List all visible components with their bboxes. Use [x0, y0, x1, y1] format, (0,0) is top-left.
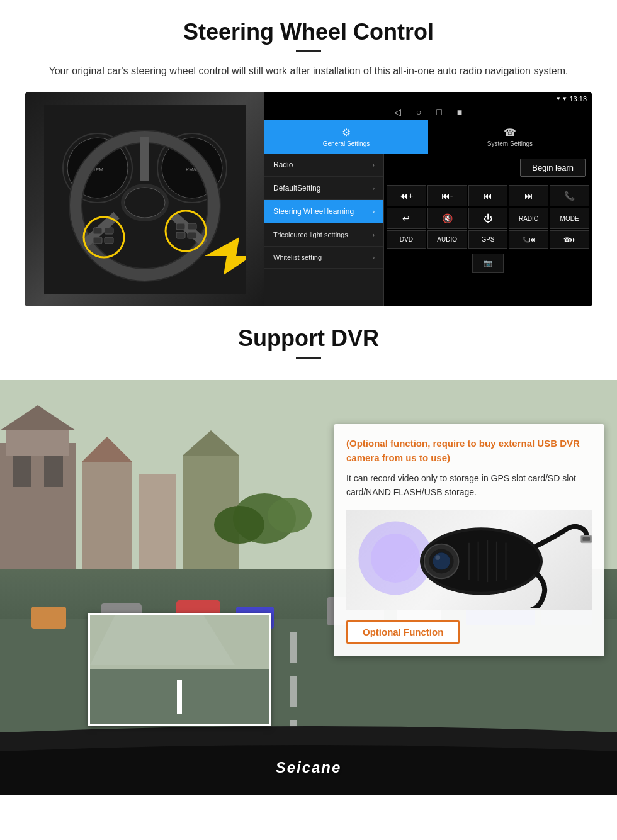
svg-rect-54: [90, 690, 271, 726]
steering-composite: RPM KM/H: [25, 92, 592, 306]
optional-function-button[interactable]: Optional Function: [346, 620, 460, 644]
nav-home-icon[interactable]: ○: [416, 107, 421, 117]
ctrl-phone-next[interactable]: ☎⏭: [550, 230, 589, 249]
menu-tricoloured-label: Tricoloured light settings: [273, 230, 348, 239]
steering-photo: RPM KM/H: [25, 92, 264, 306]
dvr-title-area: Support DVR: [0, 306, 617, 380]
steering-section: Steering Wheel Control Your original car…: [0, 0, 617, 306]
svg-rect-33: [139, 474, 176, 569]
svg-rect-59: [103, 675, 131, 690]
dvr-section: Support DVR: [0, 306, 617, 795]
chevron-right-icon: ›: [373, 231, 375, 239]
svg-rect-27: [6, 430, 69, 456]
menu-tricoloured[interactable]: Tricoloured light settings ›: [264, 223, 383, 247]
chevron-right-icon: ›: [373, 254, 375, 261]
controls-row-1: ⏮+ ⏮- ⏮ ⏭ 📞: [387, 185, 589, 206]
svg-rect-29: [13, 456, 31, 487]
ctrl-power[interactable]: ⏻: [468, 208, 508, 229]
ctrl-dvd[interactable]: DVD: [387, 230, 426, 249]
nav-menu-icon[interactable]: ■: [457, 107, 462, 117]
svg-point-38: [268, 498, 312, 533]
menu-steering-wheel[interactable]: Steering Wheel learning ›: [264, 200, 383, 223]
chevron-right-icon: ›: [373, 162, 375, 169]
seicane-watermark: Seicane: [276, 759, 342, 776]
nav-back-icon[interactable]: ◁: [394, 107, 401, 117]
menu-default-label: DefaultSetting: [273, 184, 320, 193]
ctrl-back[interactable]: ↩: [387, 208, 426, 229]
svg-rect-21: [188, 223, 196, 230]
chevron-right-icon: ›: [373, 208, 375, 215]
steering-title: Steering Wheel Control: [25, 19, 592, 45]
ctrl-vol-up[interactable]: ⏮+: [387, 185, 426, 206]
menu-steering-label: Steering Wheel learning: [273, 207, 354, 216]
android-status-bar: ▾ ▾ 13:13: [264, 92, 592, 104]
svg-rect-26: [0, 443, 76, 569]
ctrl-vol-down[interactable]: ⏮-: [427, 185, 467, 206]
svg-point-68: [433, 553, 450, 570]
gear-icon: ⚙: [342, 126, 351, 138]
phone-icon: ☎: [504, 126, 516, 138]
svg-rect-16: [93, 228, 102, 234]
svg-point-69: [435, 555, 440, 560]
status-time: 13:13: [569, 95, 587, 103]
nav-recent-icon[interactable]: □: [436, 107, 441, 117]
controls-grid: ⏮+ ⏮- ⏮ ⏭ 📞 ↩ 🔇 ⏻ RADIO MODE: [384, 182, 592, 251]
ctrl-audio[interactable]: AUDIO: [427, 230, 467, 249]
tab-system-label: System Settings: [487, 140, 533, 147]
wifi-icon: ▾: [563, 94, 567, 103]
ctrl-phone-prev[interactable]: 📞⏮: [509, 230, 548, 249]
svg-rect-31: [82, 462, 132, 569]
svg-point-62: [371, 534, 420, 583]
svg-rect-76: [582, 537, 590, 541]
ctrl-gps[interactable]: GPS: [468, 230, 508, 249]
svg-rect-40: [290, 632, 297, 663]
dvr-title: Support DVR: [25, 325, 592, 352]
steering-wheel-svg: RPM KM/H: [44, 105, 246, 294]
android-panel: ▾ ▾ 13:13 ◁ ○ □ ■ ⚙ General Settings ☎ S…: [264, 92, 592, 306]
dvr-thumbnail: [88, 613, 271, 726]
menu-default-setting[interactable]: DefaultSetting ›: [264, 177, 383, 200]
svg-rect-19: [105, 237, 113, 244]
optional-function-area: Optional Function: [346, 620, 592, 644]
android-menu: Radio › DefaultSetting › Steering Wheel …: [264, 154, 384, 306]
android-content: Radio › DefaultSetting › Steering Wheel …: [264, 154, 592, 306]
title-divider: [296, 50, 321, 52]
svg-point-13: [125, 188, 165, 218]
dvr-divider: [296, 357, 321, 359]
ctrl-prev[interactable]: ⏮: [468, 185, 508, 206]
svg-rect-58: [222, 673, 241, 685]
ctrl-camera[interactable]: 📷: [472, 254, 504, 273]
tab-general-label: General Settings: [323, 140, 370, 147]
thumbnail-svg: [90, 615, 271, 726]
ctrl-radio[interactable]: RADIO: [509, 208, 548, 229]
camera-row: 📷: [384, 251, 592, 276]
chevron-right-icon: ›: [373, 185, 375, 192]
svg-rect-18: [105, 228, 113, 234]
tab-system-settings[interactable]: ☎ System Settings: [428, 120, 592, 154]
menu-radio[interactable]: Radio ›: [264, 154, 383, 177]
controls-row-3: DVD AUDIO GPS 📞⏮ ☎⏭: [387, 230, 589, 249]
tab-general-settings[interactable]: ⚙ General Settings: [264, 120, 428, 154]
svg-rect-56: [140, 671, 166, 687]
dvr-camera-image: [346, 510, 592, 610]
controls-row-2: ↩ 🔇 ⏻ RADIO MODE: [387, 208, 589, 229]
svg-rect-17: [93, 237, 102, 244]
ctrl-mute[interactable]: 🔇: [427, 208, 467, 229]
signal-icon: ▾: [557, 94, 560, 103]
menu-radio-label: Radio: [273, 160, 293, 169]
dvr-optional-text: (Optional function, require to buy exter…: [346, 437, 592, 465]
android-tabs: ⚙ General Settings ☎ System Settings: [264, 120, 592, 154]
ctrl-next[interactable]: ⏭: [509, 185, 548, 206]
svg-rect-22: [176, 232, 185, 238]
dvr-card: (Optional function, require to buy exter…: [334, 424, 604, 656]
ctrl-mode[interactable]: MODE: [550, 208, 589, 229]
svg-rect-20: [176, 223, 185, 230]
svg-rect-47: [31, 607, 66, 629]
begin-learn-button[interactable]: Begin learn: [520, 159, 586, 177]
svg-rect-55: [172, 678, 178, 703]
ctrl-phone[interactable]: 📞: [550, 185, 589, 206]
dvr-camera-svg: [346, 511, 592, 608]
android-right-panel: Begin learn ⏮+ ⏮- ⏮ ⏭ 📞 ↩ 🔇: [384, 154, 592, 306]
menu-whitelist[interactable]: Whitelist setting ›: [264, 247, 383, 269]
svg-rect-30: [44, 456, 63, 487]
